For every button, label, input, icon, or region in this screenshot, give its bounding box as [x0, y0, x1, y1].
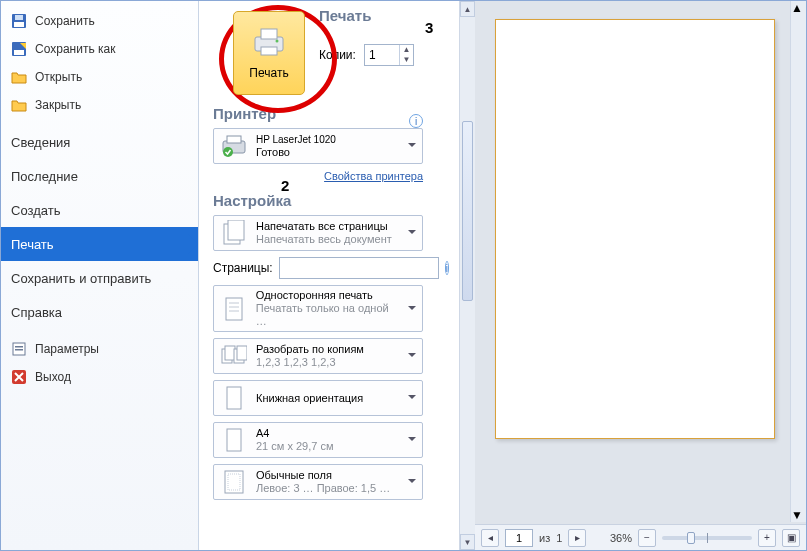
save-icon	[11, 13, 27, 29]
open-folder-icon	[11, 69, 27, 85]
annotation-2: 2	[281, 177, 289, 194]
sidebar-label: Сохранить	[35, 14, 95, 28]
svg-point-15	[223, 147, 233, 157]
single-side-icon	[220, 295, 248, 323]
info-icon[interactable]: i	[409, 114, 423, 128]
sidebar-label: Закрыть	[35, 98, 81, 112]
scroll-up-btn[interactable]: ▲	[460, 1, 475, 17]
copies-input[interactable]	[365, 46, 399, 64]
sidebar-label: Сохранить и отправить	[11, 271, 151, 286]
pages-all-icon	[220, 219, 248, 247]
sidebar-label: Последние	[11, 169, 78, 184]
dd-title: Односторонняя печать	[256, 289, 402, 302]
print-button[interactable]: Печать	[233, 11, 305, 95]
next-page-button[interactable]: ▸	[568, 529, 586, 547]
sidebar-label: Создать	[11, 203, 60, 218]
dd-title: Напечатать все страницы	[256, 220, 392, 233]
sidebar-label: Открыть	[35, 70, 82, 84]
margins-icon	[220, 468, 248, 496]
sidebar-label: Сведения	[11, 135, 70, 150]
sidebar-item-close[interactable]: Закрыть	[1, 91, 198, 119]
setup-sides[interactable]: Односторонняя печать Печатать только на …	[213, 285, 423, 332]
spin-up[interactable]: ▲	[400, 45, 413, 55]
close-folder-icon	[11, 97, 27, 113]
setup-collate[interactable]: Разобрать по копиям 1,2,3 1,2,3 1,2,3	[213, 338, 423, 374]
pages-input[interactable]	[279, 257, 439, 279]
zoom-out-button[interactable]: −	[638, 529, 656, 547]
print-settings-panel: 3 2 1 Печать Печать Копии:	[199, 1, 459, 550]
scroll-thumb[interactable]	[462, 121, 473, 301]
backstage-sidebar: Сохранить Сохранить как Открыть Закрыть …	[1, 1, 199, 550]
preview-scrollbar[interactable]: ▲ ▼	[790, 1, 806, 522]
printer-dropdown[interactable]: HP LaserJet 1020 Готово	[213, 128, 423, 164]
sidebar-label: Выход	[35, 370, 71, 384]
page-of-label: из	[539, 532, 550, 544]
setup-heading: Настройка	[213, 192, 453, 209]
chevron-down-icon	[408, 437, 416, 445]
zoom-in-button[interactable]: +	[758, 529, 776, 547]
chevron-down-icon	[408, 479, 416, 487]
options-icon	[11, 341, 27, 357]
scroll-down-btn[interactable]: ▼	[460, 534, 475, 550]
setup-print-range[interactable]: Напечатать все страницы Напечатать весь …	[213, 215, 423, 251]
sidebar-item-open[interactable]: Открыть	[1, 63, 198, 91]
sidebar-item-info[interactable]: Сведения	[1, 125, 198, 159]
sidebar-item-print[interactable]: Печать	[1, 227, 198, 261]
printer-status: Готово	[256, 146, 336, 159]
portrait-icon	[220, 384, 248, 412]
svg-rect-18	[226, 298, 242, 320]
zoom-handle[interactable]	[687, 532, 695, 544]
prev-page-button[interactable]: ◂	[481, 529, 499, 547]
page-navigator	[505, 529, 533, 547]
pages-label: Страницы:	[213, 261, 273, 275]
copies-spinner[interactable]: ▲▼	[364, 44, 414, 66]
sidebar-item-new[interactable]: Создать	[1, 193, 198, 227]
svg-rect-27	[227, 429, 241, 451]
sidebar-label: Печать	[11, 237, 54, 252]
setup-margins[interactable]: Обычные поля Левое: 3 … Правое: 1,5 …	[213, 464, 423, 500]
printer-device-icon	[220, 132, 248, 160]
sidebar-item-options[interactable]: Параметры	[1, 335, 198, 363]
dd-title: A4	[256, 427, 334, 440]
zoom-percent: 36%	[610, 532, 632, 544]
dd-title: Обычные поля	[256, 469, 390, 482]
sidebar-label: Параметры	[35, 342, 99, 356]
zoom-slider[interactable]	[662, 536, 752, 540]
print-preview-pane: ▲ ▼ ◂ из 1 ▸ 36% − + ▣	[475, 1, 806, 550]
sidebar-item-save-as[interactable]: Сохранить как	[1, 35, 198, 63]
svg-rect-2	[15, 15, 23, 20]
setup-orientation[interactable]: Книжная ориентация	[213, 380, 423, 416]
print-button-label: Печать	[249, 66, 288, 80]
sidebar-label: Справка	[11, 305, 62, 320]
dd-sub: 1,2,3 1,2,3 1,2,3	[256, 356, 364, 369]
setup-paper-size[interactable]: A4 21 см x 29,7 см	[213, 422, 423, 458]
sidebar-item-help[interactable]: Справка	[1, 295, 198, 329]
chevron-down-icon	[408, 395, 416, 403]
svg-rect-11	[261, 47, 277, 55]
svg-rect-4	[14, 50, 24, 55]
dd-sub: Левое: 3 … Правое: 1,5 …	[256, 482, 390, 495]
scroll-up-btn[interactable]: ▲	[791, 1, 806, 15]
dd-sub: 21 см x 29,7 см	[256, 440, 334, 453]
page-total: 1	[556, 532, 562, 544]
current-page-input[interactable]	[505, 529, 533, 547]
printer-name: HP LaserJet 1020	[256, 133, 336, 146]
settings-scrollbar[interactable]: ▲ ▼	[459, 1, 475, 550]
preview-page	[495, 19, 775, 439]
info-icon[interactable]: i	[445, 261, 449, 275]
fit-page-button[interactable]: ▣	[782, 529, 800, 547]
printer-icon	[251, 27, 287, 60]
svg-rect-14	[227, 136, 241, 143]
a4-icon	[220, 426, 248, 454]
svg-rect-6	[15, 346, 23, 348]
printer-properties-link[interactable]: Свойства принтера	[213, 170, 423, 182]
preview-status-bar: ◂ из 1 ▸ 36% − + ▣	[475, 524, 806, 550]
chevron-down-icon	[408, 353, 416, 361]
scroll-down-btn[interactable]: ▼	[791, 508, 806, 522]
sidebar-item-save[interactable]: Сохранить	[1, 7, 198, 35]
main-area: 3 2 1 Печать Печать Копии:	[199, 1, 806, 550]
sidebar-item-recent[interactable]: Последние	[1, 159, 198, 193]
spin-down[interactable]: ▼	[400, 55, 413, 65]
sidebar-item-exit[interactable]: Выход	[1, 363, 198, 391]
sidebar-item-share[interactable]: Сохранить и отправить	[1, 261, 198, 295]
